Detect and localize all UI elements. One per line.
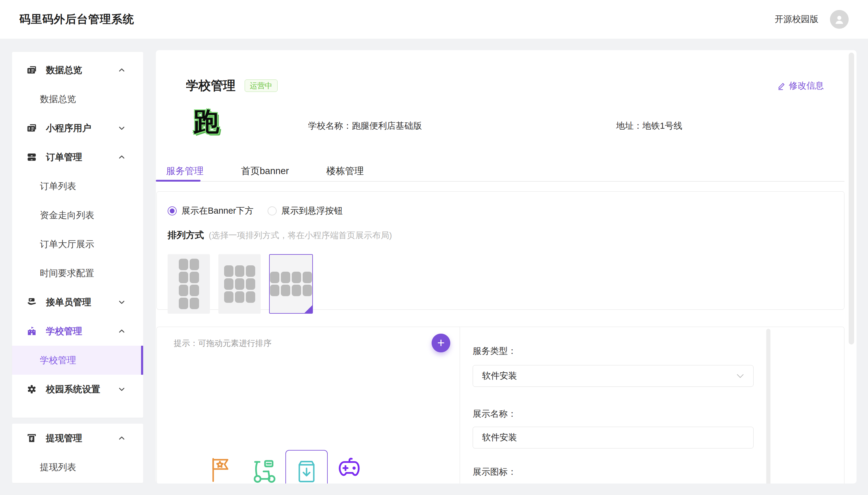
display-icon-label: 展示图标： xyxy=(473,466,844,478)
radio-banner-below-label[interactable]: 展示在Banner下方 xyxy=(181,205,254,217)
drag-hint: 提示：可拖动元素进行排序 xyxy=(174,338,460,349)
tab-2[interactable]: 楼栋管理 xyxy=(326,165,364,181)
sidebar-item-0-7[interactable]: 时间要求配置 xyxy=(12,259,143,288)
app: 码里码外后台管理系统 开源校园版 数据总览数据总览小程序用户订单管理订单列表资金… xyxy=(0,0,868,495)
sidebar: 数据总览数据总览小程序用户订单管理订单列表资金走向列表订单大厅展示时间要求配置接… xyxy=(12,39,143,483)
school-name-field: 学校名称：跑腿便利店基础版 xyxy=(308,120,422,132)
school-name-label: 学校名称： xyxy=(308,121,352,131)
grid-cell xyxy=(281,285,290,296)
form-scrollbar-thumb[interactable] xyxy=(766,329,770,483)
grid-cell xyxy=(190,272,199,283)
flag-star-icon[interactable] xyxy=(210,457,232,482)
status-badge: 运营中 xyxy=(245,80,278,92)
chevron-up-icon xyxy=(118,66,126,74)
withdraw-icon xyxy=(26,433,37,443)
user-avatar[interactable] xyxy=(830,10,849,29)
sidebar-item-0-4[interactable]: 订单列表 xyxy=(12,172,143,201)
service-type-select[interactable]: 软件安装 xyxy=(473,365,754,387)
school-management-card: 学校管理 运营中 修改信息 跑 学校名称：跑腿便利店基础版 地址：地铁1号线 服… xyxy=(156,50,856,483)
grid-cell xyxy=(235,291,244,303)
arrangement-label: 排列方式 xyxy=(167,230,204,240)
add-service-button[interactable]: + xyxy=(431,334,450,352)
layout-preview-grid xyxy=(179,259,199,309)
tab-bar: 服务管理首页banner楼栋管理 xyxy=(166,165,856,181)
display-name-input[interactable] xyxy=(473,427,754,448)
grid-cell xyxy=(292,272,301,283)
page-title: 学校管理 xyxy=(186,78,235,94)
school-address-value: 地铁1号线 xyxy=(642,121,682,131)
version-label: 开源校园版 xyxy=(775,13,818,25)
school-logo: 跑 xyxy=(193,107,219,137)
sidebar-group-0-8[interactable]: 接单员管理 xyxy=(12,288,143,317)
header-right: 开源校园版 xyxy=(775,10,849,29)
school-name-value: 跑腿便利店基础版 xyxy=(352,121,422,131)
service-form-pane: 服务类型： 软件安装 展示名称： 展示图标： xyxy=(460,327,844,483)
sidebar-item-0-5[interactable]: 资金走向列表 xyxy=(12,201,143,230)
sidebar-item-0-10[interactable]: 学校管理 xyxy=(12,346,143,375)
layout-preview-grid xyxy=(270,272,312,296)
radio-floating-button[interactable] xyxy=(268,206,277,216)
service-sort-pane: 提示：可拖动元素进行排序 + xyxy=(157,327,460,483)
hand-card-icon xyxy=(26,297,37,307)
sidebar-item-0-1[interactable]: 数据总览 xyxy=(12,85,143,114)
grid-cell xyxy=(190,285,199,296)
grid-cell xyxy=(303,285,312,296)
sidebar-item-label: 订单列表 xyxy=(40,180,76,192)
scooter-icon[interactable] xyxy=(252,457,278,483)
user-avatar-icon xyxy=(833,13,845,25)
chevron-up-icon xyxy=(118,434,126,442)
chevron-down-icon xyxy=(118,124,126,132)
radio-banner-below[interactable] xyxy=(167,206,177,216)
id-card-icon xyxy=(26,65,37,75)
sidebar-group-1-0[interactable]: 提现管理 xyxy=(12,424,143,453)
active-tab-underline xyxy=(156,180,200,182)
sidebar-group-0-11[interactable]: 校园系统设置 xyxy=(12,375,143,404)
game-controller-icon[interactable] xyxy=(337,457,361,480)
sidebar-item-0-6[interactable]: 订单大厅展示 xyxy=(12,230,143,259)
sidebar-item-label: 提现列表 xyxy=(40,461,76,474)
edit-info-link[interactable]: 修改信息 xyxy=(777,80,824,92)
sidebar-group-0-3[interactable]: 订单管理 xyxy=(12,143,143,172)
sidebar-group-0-0[interactable]: 数据总览 xyxy=(12,56,143,85)
sidebar-group-label: 订单管理 xyxy=(46,151,82,164)
box-download-icon[interactable] xyxy=(296,458,317,483)
id-card-icon xyxy=(26,123,37,133)
sidebar-group-label: 数据总览 xyxy=(46,64,82,76)
sidebar-group-label: 小程序用户 xyxy=(46,122,91,135)
pencil-icon xyxy=(777,81,786,90)
grid-cell xyxy=(224,291,233,303)
page-title-row: 学校管理 运营中 xyxy=(186,78,856,94)
main-scrollbar-thumb[interactable] xyxy=(849,53,854,344)
chevron-up-icon xyxy=(118,153,126,161)
layout-option-2col[interactable] xyxy=(167,254,210,314)
grid-cell xyxy=(179,272,188,283)
sidebar-group-0-2[interactable]: 小程序用户 xyxy=(12,114,143,143)
tab-divider xyxy=(156,181,845,182)
grid-cell xyxy=(270,272,279,283)
grid-cell xyxy=(224,278,233,290)
selected-service-icon-frame[interactable] xyxy=(285,450,328,483)
sidebar-item-label: 数据总览 xyxy=(40,93,76,105)
sidebar-item-1-1[interactable]: 提现列表 xyxy=(12,453,143,482)
layout-option-4col[interactable] xyxy=(269,254,313,314)
grid-cell xyxy=(246,291,255,303)
school-info-row: 跑 学校名称：跑腿便利店基础版 地址：地铁1号线 xyxy=(156,110,856,145)
tab-1[interactable]: 首页banner xyxy=(241,165,289,181)
arrangement-hint: (选择一项排列方式，将在小程序端首页展示布局) xyxy=(209,231,392,240)
radio-floating-button-label[interactable]: 展示到悬浮按钮 xyxy=(282,205,343,217)
school-address-label: 地址： xyxy=(616,121,642,131)
school-icon xyxy=(26,326,37,336)
layout-options xyxy=(167,254,844,314)
display-name-label: 展示名称： xyxy=(473,408,844,420)
grid-cell xyxy=(281,272,290,283)
tab-0[interactable]: 服务管理 xyxy=(166,165,203,181)
service-type-value: 软件安装 xyxy=(482,370,517,382)
layout-option-3col[interactable] xyxy=(218,254,261,314)
display-settings-section: 展示在Banner下方 展示到悬浮按钮 排列方式 (选择一项排列方式，将在小程序… xyxy=(157,191,845,310)
grid-cell xyxy=(246,278,255,290)
grid-cell xyxy=(179,259,188,270)
sidebar-group-0-9[interactable]: 学校管理 xyxy=(12,317,143,346)
grid-cell xyxy=(190,298,199,309)
sidebar-menu-withdraw: 提现管理提现列表 xyxy=(12,424,143,483)
sidebar-item-label: 时间要求配置 xyxy=(40,267,94,279)
